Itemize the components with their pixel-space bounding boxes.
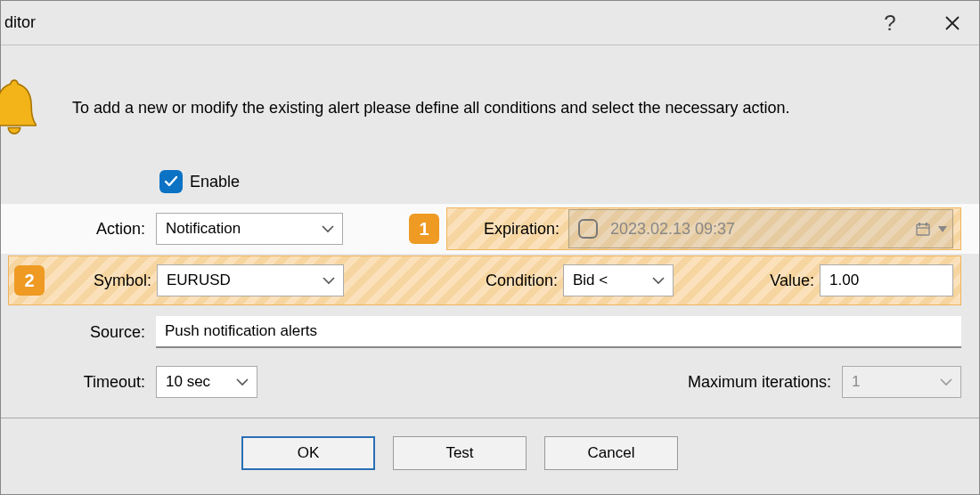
symbol-row: 2 Symbol: EURUSD Condition: Bid <: [8, 256, 961, 305]
svg-rect-3: [926, 223, 927, 226]
timeout-select-wrap: 10 sec: [151, 366, 257, 398]
ok-button[interactable]: OK: [241, 436, 375, 470]
titlebar-actions: ?: [872, 5, 970, 41]
enable-row: Enable: [1, 161, 979, 204]
expiration-enable-checkbox[interactable]: [578, 219, 598, 239]
enable-checkbox[interactable]: [159, 170, 183, 193]
condition-select[interactable]: Bid <: [563, 264, 674, 296]
svg-rect-2: [919, 223, 920, 226]
symbol-value: EURUSD: [167, 272, 231, 289]
intro-text: To add a new or modify the existing aler…: [54, 99, 952, 118]
value-label: Value:: [770, 272, 820, 290]
expiration-value: 2023.02.13 09:37: [610, 220, 735, 239]
action-select[interactable]: Notification: [156, 213, 343, 245]
bell-icon: [0, 68, 37, 148]
intro-row: To add a new or modify the existing aler…: [1, 45, 979, 161]
value-input[interactable]: 1.00: [820, 264, 953, 296]
chevron-down-icon: [322, 272, 336, 289]
help-icon[interactable]: ?: [872, 5, 908, 41]
titlebar: ditor ?: [1, 1, 979, 45]
test-button[interactable]: Test: [393, 436, 527, 470]
timeout-select[interactable]: 10 sec: [156, 366, 257, 398]
symbol-select-wrap: EURUSD: [151, 264, 344, 296]
condition-value: Bid <: [573, 272, 608, 289]
bell-icon-wrap: [1, 68, 54, 148]
symbol-select[interactable]: EURUSD: [157, 264, 344, 296]
cancel-button[interactable]: Cancel: [544, 436, 678, 470]
source-label: Source:: [1, 323, 151, 342]
expiration-input[interactable]: 2023.02.13 09:37: [568, 209, 953, 248]
enable-label: Enable: [190, 173, 240, 191]
timeout-row: Timeout: 10 sec Maximum iterations: 1: [1, 357, 979, 407]
dialog-title: ditor: [1, 13, 36, 32]
chevron-down-icon: [235, 373, 249, 391]
maxiter-select-wrap: 1: [837, 366, 961, 398]
chevron-down-icon: [321, 220, 335, 238]
calendar-icon[interactable]: [915, 221, 947, 237]
form-area: Enable Action: Notification 1 Expiration…: [1, 161, 979, 470]
button-row: OK Test Cancel: [1, 418, 979, 470]
close-icon[interactable]: [935, 5, 970, 41]
annotation-badge-1: 1: [409, 214, 439, 244]
source-row: Source:: [1, 307, 979, 357]
timeout-label: Timeout:: [1, 373, 151, 392]
source-input-wrap: [151, 316, 961, 348]
ok-label: OK: [298, 444, 320, 462]
maxiter-select[interactable]: 1: [842, 366, 961, 398]
value-value: 1.00: [829, 272, 859, 289]
condition-select-wrap: Bid <: [558, 264, 674, 296]
annotation-badge-2: 2: [14, 265, 45, 296]
chevron-down-icon: [651, 272, 666, 289]
action-select-wrap: Notification: [151, 213, 343, 245]
action-row: Action: Notification 1 Expiration: 2023.…: [1, 204, 979, 254]
alert-editor-dialog: ditor ? To add a new or modify the exist…: [0, 0, 980, 495]
action-label: Action:: [1, 220, 151, 239]
expiration-label: Expiration:: [460, 220, 559, 239]
maxiter-value: 1: [852, 373, 860, 391]
timeout-value: 10 sec: [166, 373, 210, 391]
test-label: Test: [445, 444, 473, 462]
maxiter-label: Maximum iterations:: [257, 373, 837, 392]
condition-label: Condition:: [344, 272, 558, 290]
source-input[interactable]: [156, 316, 961, 348]
expiration-highlight: Expiration: 2023.02.13 09:37: [446, 207, 961, 250]
chevron-down-icon: [939, 373, 953, 391]
action-value: Notification: [166, 220, 241, 238]
cancel-label: Cancel: [588, 444, 635, 462]
